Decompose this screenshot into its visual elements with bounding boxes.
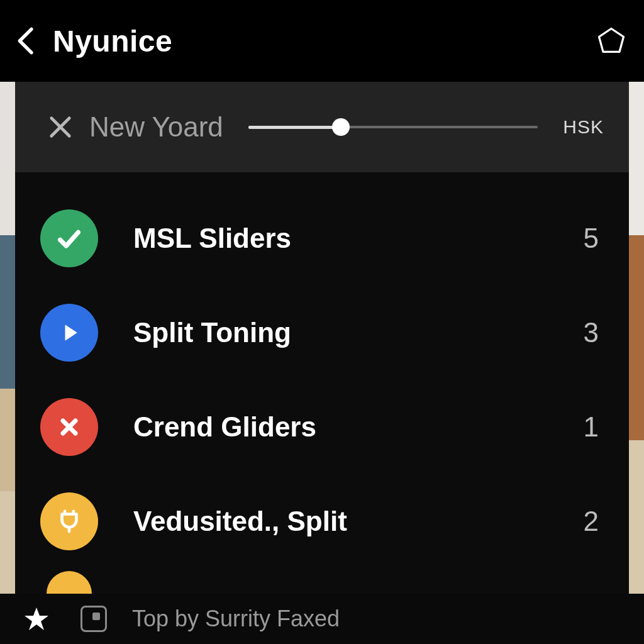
slider-label: New Yoard — [89, 111, 223, 143]
svg-marker-5 — [25, 608, 48, 630]
status-badge-x — [40, 398, 98, 456]
footer-text: Top by Surrity Faxed — [132, 606, 340, 632]
top-bar: Nyunice — [0, 0, 644, 82]
status-badge-play — [40, 304, 98, 362]
slider-fill — [248, 126, 341, 129]
status-badge-partial — [47, 571, 92, 594]
list-item-label: Crend Gliders — [133, 411, 584, 443]
x-icon — [57, 414, 82, 440]
list-item-count: 3 — [584, 317, 599, 348]
page-title: Nyunice — [53, 24, 594, 58]
slider-thumb[interactable] — [332, 118, 350, 136]
chevron-left-icon — [16, 27, 36, 55]
list-item-split-toning[interactable]: Split Toning 3 — [40, 286, 604, 380]
check-icon — [54, 223, 84, 253]
plug-icon — [55, 507, 84, 536]
list-item-label: Vedusited., Split — [133, 506, 584, 537]
list-item-msl-sliders[interactable]: MSL Sliders 5 — [40, 191, 604, 286]
status-badge-check — [40, 209, 98, 267]
slider-row: New Yoard HSK — [15, 82, 629, 172]
tag-button[interactable] — [594, 23, 629, 58]
list-item-label: MSL Sliders — [133, 223, 584, 254]
favorite-button[interactable] — [23, 605, 50, 633]
bottom-bar: Top by Surrity Faxed — [0, 594, 644, 644]
list-item-count: 1 — [584, 411, 599, 443]
play-icon — [57, 320, 82, 345]
panel: New Yoard HSK MSL Sliders 5 Split Ton — [15, 82, 629, 594]
close-button[interactable] — [47, 113, 74, 141]
svg-marker-2 — [65, 325, 77, 340]
close-icon — [48, 115, 72, 139]
back-button[interactable] — [15, 30, 38, 52]
list-item-count: 2 — [584, 506, 599, 537]
tag-icon — [595, 25, 628, 57]
star-icon — [24, 606, 49, 631]
slider[interactable] — [248, 119, 538, 135]
list-item-partial — [40, 569, 604, 594]
list-item-label: Split Toning — [133, 317, 584, 348]
list: MSL Sliders 5 Split Toning 3 Crend Glide… — [15, 172, 629, 594]
status-badge-plug — [40, 492, 98, 550]
copy-button[interactable] — [80, 606, 107, 632]
list-item-crend-gliders[interactable]: Crend Gliders 1 — [40, 380, 604, 474]
screen: Nyunice New Yoard HSK MSL — [0, 0, 644, 644]
list-item-vedusited-split[interactable]: Vedusited., Split 2 — [40, 474, 604, 569]
slider-right-label: HSK — [563, 116, 604, 138]
list-item-count: 5 — [584, 223, 599, 254]
